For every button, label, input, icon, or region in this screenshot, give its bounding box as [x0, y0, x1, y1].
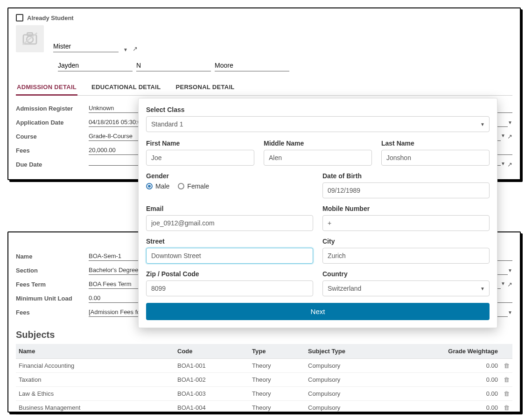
- chevron-down-icon[interactable]: ▼: [508, 268, 512, 273]
- chevron-down-icon[interactable]: ▼: [501, 281, 505, 288]
- sem-fees-label: Fees: [16, 309, 89, 316]
- tab-educational-detail[interactable]: EDUCATIONAL DETAIL: [91, 80, 161, 95]
- gender-female-radio[interactable]: Female: [178, 182, 209, 190]
- title-select[interactable]: [53, 41, 119, 52]
- table-row[interactable]: Business ManagementBOA1-004TheoryCompuls…: [16, 401, 512, 415]
- middle-name-input[interactable]: [136, 60, 211, 71]
- gender-label: Gender: [146, 172, 313, 180]
- table-row[interactable]: Law & EthicsBOA1-003TheoryCompulsory0.00…: [16, 387, 512, 401]
- external-link-icon[interactable]: ↗: [507, 281, 512, 288]
- radio-dot-icon: [178, 183, 184, 189]
- zip-field[interactable]: [146, 280, 313, 296]
- country-label: Country: [322, 270, 490, 278]
- subjects-heading: Subjects: [16, 329, 512, 340]
- city-label: City: [322, 238, 490, 245]
- application-date-label: Application Date: [16, 119, 89, 126]
- already-student-label: Already Student: [27, 14, 74, 21]
- middle-name-label: Middle Name: [264, 140, 372, 147]
- fees-label: Fees: [16, 147, 89, 154]
- add-an-item-link[interactable]: Add an item: [16, 415, 512, 420]
- col-weightage: Grade Weightage: [399, 344, 501, 359]
- country-dropdown[interactable]: [322, 280, 490, 296]
- dob-label: Date of Birth: [322, 172, 490, 180]
- chevron-down-icon: ▼: [123, 47, 128, 52]
- student-photo[interactable]: [16, 25, 44, 52]
- gender-male-radio[interactable]: Male: [146, 182, 169, 190]
- last-name-field[interactable]: [381, 150, 490, 166]
- external-link-icon[interactable]: ↗: [507, 161, 512, 168]
- trash-icon[interactable]: 🗑: [504, 390, 510, 397]
- min-unit-load-label: Minimum Unit Load: [16, 295, 89, 302]
- chevron-down-icon[interactable]: ▼: [508, 120, 512, 125]
- city-field[interactable]: [322, 248, 490, 264]
- table-row[interactable]: TaxationBOA1-002TheoryCompulsory0.00🗑: [16, 373, 512, 387]
- select-class-dropdown[interactable]: [146, 116, 490, 132]
- due-date-label: Due Date: [16, 161, 89, 168]
- col-code: Code: [175, 344, 249, 359]
- next-button[interactable]: Next: [146, 303, 490, 320]
- external-link-icon[interactable]: ↗: [133, 45, 138, 52]
- col-subject-type: Subject Type: [305, 344, 399, 359]
- first-name-label: First Name: [146, 140, 254, 147]
- fees-term-label: Fees Term: [16, 281, 89, 288]
- sem-name-label: Name: [16, 253, 89, 260]
- col-type: Type: [249, 344, 305, 359]
- already-student-checkbox[interactable]: [16, 14, 23, 21]
- first-name-input[interactable]: [58, 60, 133, 71]
- subjects-table: Name Code Type Subject Type Grade Weight…: [16, 344, 512, 415]
- tab-personal-detail[interactable]: PERSONAL DETAIL: [175, 80, 235, 95]
- tab-admission-detail[interactable]: ADMISSION DETAIL: [16, 80, 77, 96]
- radio-dot-icon: [146, 183, 153, 189]
- dob-field[interactable]: [322, 182, 490, 198]
- table-row[interactable]: Financial AccountingBOA1-001TheoryCompul…: [16, 359, 512, 373]
- zip-label: Zip / Postal Code: [146, 270, 313, 278]
- email-field[interactable]: [146, 215, 313, 231]
- street-label: Street: [146, 238, 313, 245]
- mobile-label: Mobile Number: [322, 205, 490, 212]
- select-class-modal: Select Class First Name Middle Name Last…: [138, 98, 497, 328]
- admission-register-label: Admission Register: [16, 105, 89, 112]
- section-label: Section: [16, 267, 89, 274]
- last-name-input[interactable]: [215, 60, 289, 71]
- trash-icon[interactable]: 🗑: [504, 376, 510, 383]
- course-label: Course: [16, 133, 89, 140]
- svg-rect-2: [27, 33, 32, 35]
- chevron-down-icon[interactable]: ▼: [508, 310, 512, 315]
- chevron-down-icon[interactable]: ▼: [501, 161, 505, 168]
- external-link-icon[interactable]: ↗: [507, 133, 512, 140]
- trash-icon[interactable]: 🗑: [504, 404, 510, 411]
- email-label: Email: [146, 205, 313, 212]
- mobile-field[interactable]: [322, 215, 490, 231]
- col-name: Name: [16, 344, 175, 359]
- chevron-down-icon[interactable]: ▼: [501, 133, 505, 140]
- first-name-field[interactable]: [146, 150, 254, 166]
- middle-name-field[interactable]: [264, 150, 372, 166]
- street-field[interactable]: [146, 248, 313, 264]
- camera-icon: [22, 32, 38, 45]
- select-class-label: Select Class: [146, 106, 490, 113]
- last-name-label: Last Name: [381, 140, 490, 147]
- trash-icon[interactable]: 🗑: [504, 362, 510, 369]
